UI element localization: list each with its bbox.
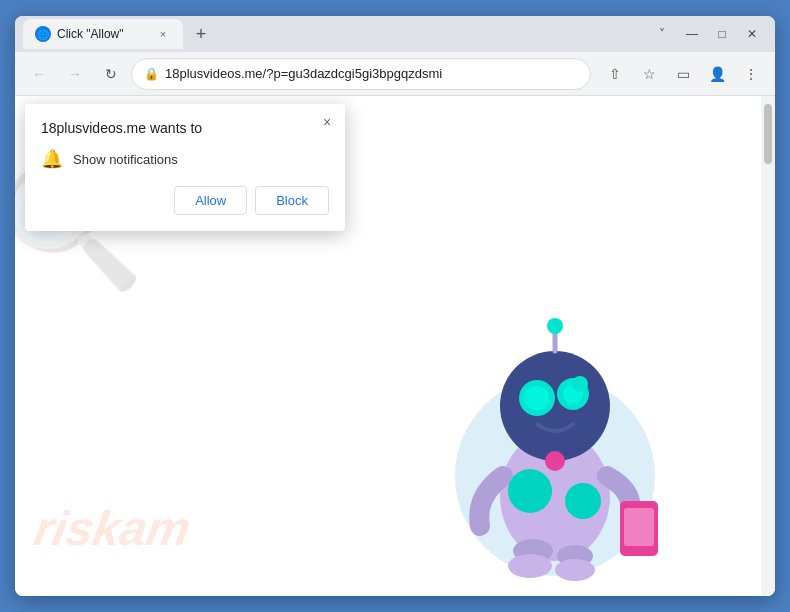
- svg-point-5: [525, 386, 549, 410]
- popup-buttons: Allow Block: [41, 186, 329, 215]
- svg-point-11: [508, 469, 552, 513]
- allow-button[interactable]: Allow: [174, 186, 247, 215]
- more-menu-icon[interactable]: ⋮: [735, 58, 767, 90]
- block-button[interactable]: Block: [255, 186, 329, 215]
- svg-point-16: [555, 559, 595, 581]
- svg-rect-10: [624, 508, 654, 546]
- svg-point-12: [565, 483, 601, 519]
- forward-button[interactable]: →: [59, 58, 91, 90]
- reload-button[interactable]: ↻: [95, 58, 127, 90]
- sidebar-icon[interactable]: ▭: [667, 58, 699, 90]
- bookmark-icon[interactable]: ☆: [633, 58, 665, 90]
- svg-point-15: [508, 554, 552, 578]
- popup-notification-text: Show notifications: [73, 152, 178, 167]
- tab-title: Click "Allow": [57, 27, 149, 41]
- popup-title: 18plusvideos.me wants to: [41, 120, 329, 136]
- svg-point-8: [547, 318, 563, 334]
- svg-point-2: [500, 351, 610, 461]
- page-content: C ot a robot 🔍 riskam: [15, 96, 775, 596]
- back-button[interactable]: ←: [23, 58, 55, 90]
- browser-toolbar: ← → ↻ 🔒 18plusvideos.me/?p=gu3dazdcgi5gi…: [15, 52, 775, 96]
- svg-point-18: [572, 376, 588, 392]
- close-window-button[interactable]: ✕: [745, 27, 759, 41]
- popup-close-button[interactable]: ×: [317, 112, 337, 132]
- scrollbar[interactable]: [761, 96, 775, 596]
- new-tab-button[interactable]: +: [187, 20, 215, 48]
- toolbar-icons: ⇧ ☆ ▭ 👤 ⋮: [599, 58, 767, 90]
- notification-popup: × 18plusvideos.me wants to 🔔 Show notifi…: [25, 104, 345, 231]
- browser-window: 🌐 Click "Allow" × + ˅ — □ ✕ ← → ↻ 🔒 18pl…: [15, 16, 775, 596]
- account-icon[interactable]: 👤: [701, 58, 733, 90]
- tab-close-button[interactable]: ×: [155, 26, 171, 42]
- lock-icon: 🔒: [144, 67, 159, 81]
- minimize-button[interactable]: —: [685, 27, 699, 41]
- robot-illustration: [415, 246, 695, 596]
- browser-tab[interactable]: 🌐 Click "Allow" ×: [23, 19, 183, 49]
- share-icon[interactable]: ⇧: [599, 58, 631, 90]
- title-bar: 🌐 Click "Allow" × + ˅ — □ ✕: [15, 16, 775, 52]
- address-bar[interactable]: 🔒 18plusvideos.me/?p=gu3dazdcgi5gi3bpgqz…: [131, 58, 591, 90]
- maximize-button[interactable]: □: [715, 27, 729, 41]
- tab-favicon: 🌐: [35, 26, 51, 42]
- popup-notification-row: 🔔 Show notifications: [41, 148, 329, 170]
- url-text: 18plusvideos.me/?p=gu3dazdcgi5gi3bpgqzds…: [165, 66, 578, 81]
- svg-point-17: [545, 451, 565, 471]
- chevron-down-icon[interactable]: ˅: [655, 27, 669, 41]
- window-controls: ˅ — □ ✕: [655, 27, 767, 41]
- scroll-thumb[interactable]: [764, 104, 772, 164]
- bell-icon: 🔔: [41, 148, 63, 170]
